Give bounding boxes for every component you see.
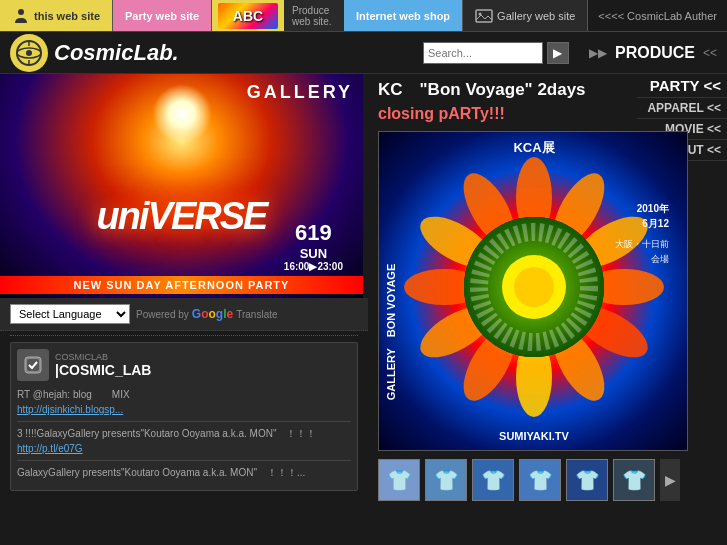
svg-point-0 (18, 9, 24, 15)
kc-article: KC "Bon Voyage" 2days closing pARTy!!! (378, 74, 717, 501)
language-select-row: Select Language English Japanese Chinese… (0, 298, 368, 331)
rnav-party[interactable]: PARTY << (637, 74, 727, 98)
divider (10, 335, 358, 336)
header-nav-right: ▶▶ PRODUCE << (589, 44, 717, 62)
site-title: CosmicLab. (54, 40, 179, 66)
thumbnail-6[interactable]: 👕 (613, 459, 655, 501)
google-logo: Google (192, 307, 233, 321)
social-icon (17, 349, 49, 381)
social-post-3: GalaxyGallery presents"Koutaro Ooyama a.… (17, 465, 351, 480)
tshirt-icon-2: 👕 (434, 468, 459, 492)
gallery-banner[interactable]: GALLERY uniVERSE 619 SUN 16:00▶23:00 NEW… (0, 74, 363, 298)
search-input[interactable] (423, 42, 543, 64)
svg-rect-1 (476, 10, 492, 22)
language-select[interactable]: Select Language English Japanese Chinese (10, 304, 130, 324)
nav-produce-text: Produce web site. (284, 0, 344, 31)
tshirt-icon-3: 👕 (481, 468, 506, 492)
header-nav-arrow-produce: ▶▶ (589, 46, 607, 60)
nav-logo: ABC (212, 0, 284, 31)
nav-gallery-web[interactable]: Gallery web site (463, 0, 588, 31)
site-logo: CosmicLab. (10, 34, 179, 72)
thumbnail-2[interactable]: 👕 (425, 459, 467, 501)
search-button[interactable]: ▶ (547, 42, 569, 64)
svg-text:KCA展: KCA展 (513, 140, 555, 155)
nav-internet-shop[interactable]: Internet web shop (344, 0, 463, 31)
nav-cosmiclab-author: <<<< CosmicLab Auther (588, 0, 727, 31)
gallery-label: GALLERY (247, 82, 353, 103)
social-widget: COSMICLAB |COSMIC_LAB RT @hejah: blog MI… (10, 342, 358, 491)
social-post-1: RT @hejah: blog MIX http://djsinkichi.bl… (17, 387, 351, 417)
svg-text:2010年: 2010年 (637, 203, 669, 214)
tshirt-icon-4: 👕 (528, 468, 553, 492)
social-link-1[interactable]: http://djsinkichi.blogsp... (17, 404, 123, 415)
svg-text:6月12: 6月12 (642, 218, 669, 229)
svg-rect-9 (27, 359, 39, 371)
powered-by: Powered by Google Translate (136, 307, 278, 321)
thumbnail-1[interactable]: 👕 (378, 459, 420, 501)
left-column: GALLERY uniVERSE 619 SUN 16:00▶23:00 NEW… (0, 74, 368, 545)
right-column: KC "Bon Voyage" 2days closing pARTy!!! (368, 74, 727, 545)
social-divider-1 (17, 421, 351, 422)
site-header: CosmicLab. ▶ ▶▶ PRODUCE << (0, 32, 727, 74)
nav-this-web[interactable]: this web site (0, 0, 113, 31)
svg-text:GALLERY　BON VOYAGE: GALLERY BON VOYAGE (385, 264, 397, 401)
universe-date: 619 SUN 16:00▶23:00 (284, 220, 343, 272)
event-image[interactable]: KCA展 GALLERY BON VOYAGE 2010年 6月12 大阪・十日… (378, 131, 688, 451)
thumbnails-next[interactable]: ▶ (660, 459, 680, 501)
social-divider-2 (17, 460, 351, 461)
svg-point-26 (514, 267, 554, 307)
logo-icon (10, 34, 48, 72)
thumbnail-5[interactable]: 👕 (566, 459, 608, 501)
rnav-apparel[interactable]: APPAREL << (637, 98, 727, 119)
thumbnails-row: 👕 👕 👕 👕 👕 👕 ▶ (378, 459, 717, 501)
main-content: GALLERY uniVERSE 619 SUN 16:00▶23:00 NEW… (0, 74, 727, 545)
social-link-2[interactable]: http://p.tl/e07G (17, 443, 83, 454)
svg-text:SUMIYAKI.TV: SUMIYAKI.TV (499, 430, 570, 442)
top-navigation: this web site Party web site ABC Produce… (0, 0, 727, 32)
social-name-block: COSMICLAB |COSMIC_LAB (55, 352, 151, 378)
tshirt-icon-1: 👕 (387, 468, 412, 492)
tshirt-icon-6: 👕 (622, 468, 647, 492)
thumbnail-3[interactable]: 👕 (472, 459, 514, 501)
header-nav-arrow2: << (703, 46, 717, 60)
star-glow (152, 84, 212, 144)
svg-point-5 (26, 50, 32, 56)
header-search: ▶ (423, 42, 569, 64)
social-header: COSMICLAB |COSMIC_LAB (17, 349, 351, 381)
logo-image: ABC (218, 3, 278, 29)
tshirt-icon-5: 👕 (575, 468, 600, 492)
svg-text:大阪・十日前: 大阪・十日前 (615, 239, 669, 249)
universe-tagline: NEW SUN DAY AFTERNOON PARTY (0, 276, 363, 294)
event-svg: KCA展 GALLERY BON VOYAGE 2010年 6月12 大阪・十日… (379, 132, 688, 451)
thumbnail-4[interactable]: 👕 (519, 459, 561, 501)
nav-party-web[interactable]: Party web site (113, 0, 212, 31)
social-post-2: 3 !!!!GalaxyGallery presents"Koutaro Ooy… (17, 426, 351, 456)
header-nav-produce[interactable]: PRODUCE (609, 44, 701, 62)
svg-text:会場: 会場 (651, 254, 669, 264)
